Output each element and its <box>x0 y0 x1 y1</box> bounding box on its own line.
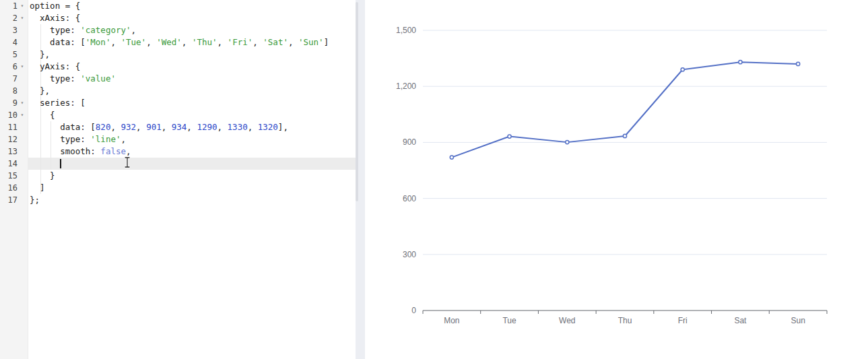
gutter-row[interactable]: 17 <box>0 194 28 206</box>
gutter-row[interactable]: 15 <box>0 170 28 182</box>
code-line[interactable]: type: 'line', <box>30 133 126 145</box>
code-token: xAxis: { <box>30 13 80 23</box>
series-line <box>452 62 798 157</box>
code-line[interactable]: smooth: false, <box>30 145 131 158</box>
data-point-marker <box>681 68 684 71</box>
y-axis-label: 600 <box>403 194 416 203</box>
code-line[interactable]: type: 'category', <box>30 24 136 36</box>
line-number: 1 <box>0 1 18 11</box>
code-token: , <box>146 37 156 47</box>
data-point-marker <box>450 156 453 159</box>
data-point-marker <box>566 141 569 144</box>
line-number: 15 <box>0 171 18 181</box>
code-area[interactable]: option = { xAxis: { type: 'category', da… <box>30 0 354 359</box>
code-token: { <box>30 110 55 120</box>
code-line[interactable]: }, <box>30 85 50 97</box>
line-number: 14 <box>0 159 18 168</box>
text-caret <box>60 159 61 168</box>
editor-scrollbar-thumb[interactable] <box>356 2 358 201</box>
code-line[interactable]: }, <box>30 48 50 61</box>
code-token: , <box>162 122 172 132</box>
chart-preview-pane[interactable]: 03006009001,2001,500MonTueWedThuFriSatSu… <box>365 0 868 359</box>
code-token: , <box>110 37 121 47</box>
code-token: 'Sat' <box>263 37 288 47</box>
code-token: 'value' <box>80 73 116 84</box>
y-axis-label: 300 <box>403 250 416 259</box>
code-line[interactable]: data: [820, 932, 901, 934, 1290, 1330, 1… <box>30 121 288 133</box>
x-axis-label: Thu <box>618 316 632 325</box>
gutter-row[interactable]: 14 <box>0 158 28 170</box>
gutter-row[interactable]: 7 <box>0 73 28 85</box>
y-axis-label: 1,500 <box>396 26 416 35</box>
fold-arrow-icon[interactable]: ▾ <box>18 97 27 109</box>
code-line[interactable]: } <box>30 170 55 182</box>
code-token: 'line' <box>90 134 121 144</box>
pane-divider[interactable] <box>356 0 365 359</box>
code-token: , <box>253 37 263 47</box>
code-token: 934 <box>172 122 187 132</box>
code-token: , <box>110 122 121 132</box>
data-point-marker <box>739 61 742 64</box>
line-number: 4 <box>0 38 18 47</box>
editor-gutter[interactable]: 1▾2▾3456▾789▾10▾11121314151617 <box>0 0 28 359</box>
gutter-row[interactable]: 16 <box>0 182 28 194</box>
x-axis-label: Sat <box>734 316 747 325</box>
code-line[interactable]: { <box>30 109 55 121</box>
code-token: ], <box>278 122 288 132</box>
code-token: data: [ <box>30 122 96 132</box>
code-token: smooth: <box>30 146 100 156</box>
line-number: 10 <box>0 110 18 120</box>
line-number: 17 <box>0 195 18 205</box>
code-token: }, <box>30 49 50 59</box>
line-chart[interactable]: 03006009001,2001,500MonTueWedThuFriSatSu… <box>365 0 868 359</box>
data-point-marker <box>623 134 626 137</box>
gutter-row[interactable]: 12 <box>0 133 28 145</box>
code-line[interactable]: xAxis: { <box>30 12 80 24</box>
line-number: 6 <box>0 62 18 71</box>
data-point-marker <box>508 135 511 138</box>
code-line[interactable]: yAxis: { <box>30 61 80 73</box>
gutter-row[interactable]: 10▾ <box>0 109 28 121</box>
gutter-row[interactable]: 11 <box>0 121 28 133</box>
line-number: 3 <box>0 26 18 35</box>
code-token: series: [ <box>30 98 86 108</box>
gutter-row[interactable]: 2▾ <box>0 12 28 24</box>
gutter-row[interactable]: 1▾ <box>0 0 28 12</box>
line-number: 5 <box>0 50 18 59</box>
code-token: ] <box>30 183 45 193</box>
y-axis-label: 0 <box>411 306 416 315</box>
code-token: type: <box>30 25 80 35</box>
code-token: 901 <box>146 122 162 132</box>
line-number: 13 <box>0 147 18 156</box>
code-token: type: <box>30 73 80 84</box>
gutter-row[interactable]: 5 <box>0 48 28 61</box>
gutter-row[interactable]: 6▾ <box>0 61 28 73</box>
code-editor[interactable]: 1▾2▾3456▾789▾10▾11121314151617 option = … <box>0 0 356 359</box>
code-token: type: <box>30 134 90 144</box>
code-line[interactable]: }; <box>30 194 40 206</box>
gutter-row[interactable]: 9▾ <box>0 97 28 109</box>
y-axis-label: 900 <box>403 137 416 147</box>
code-token: data: [ <box>30 37 86 47</box>
code-token: option = { <box>30 1 80 11</box>
code-line[interactable]: ] <box>30 182 45 194</box>
gutter-row[interactable]: 4 <box>0 36 28 48</box>
code-token: , <box>121 134 126 144</box>
fold-arrow-icon[interactable]: ▾ <box>18 61 27 73</box>
gutter-row[interactable]: 8 <box>0 85 28 97</box>
code-token: 932 <box>121 122 136 132</box>
code-line[interactable]: type: 'value' <box>30 73 116 85</box>
line-number: 16 <box>0 183 18 193</box>
code-token: 'Tue' <box>121 37 147 47</box>
code-line[interactable]: option = { <box>30 0 80 12</box>
code-token: , <box>218 122 228 132</box>
code-line[interactable]: series: [ <box>30 97 86 109</box>
fold-arrow-icon[interactable]: ▾ <box>18 109 27 121</box>
gutter-row[interactable]: 3 <box>0 24 28 36</box>
gutter-row[interactable]: 13 <box>0 145 28 158</box>
code-token: , <box>218 37 228 47</box>
code-line[interactable]: data: ['Mon', 'Tue', 'Wed', 'Thu', 'Fri'… <box>30 36 329 48</box>
code-token: false <box>100 146 126 156</box>
fold-arrow-icon[interactable]: ▾ <box>18 0 27 12</box>
fold-arrow-icon[interactable]: ▾ <box>18 12 27 24</box>
